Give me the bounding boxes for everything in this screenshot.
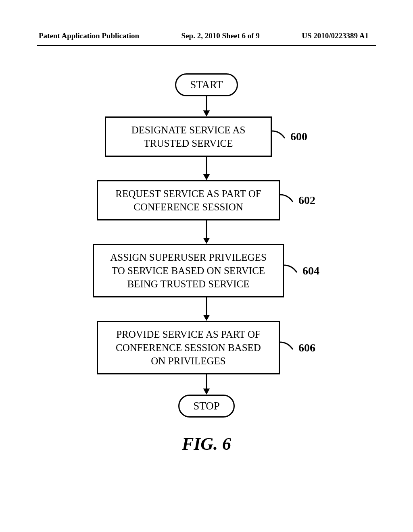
header-right: US 2010/0223389 A1 xyxy=(302,31,369,40)
flow-step-604: ASSIGN SUPERUSER PRIVILEGESTO SERVICE BA… xyxy=(93,244,284,297)
flow-step-row: REQUEST SERVICE AS PART OFCONFERENCE SES… xyxy=(0,180,413,220)
leader-line-icon xyxy=(280,192,296,208)
leader-line-icon xyxy=(272,129,288,145)
flow-step-606: PROVIDE SERVICE AS PART OFCONFERENCE SES… xyxy=(97,321,280,374)
flow-step-row: PROVIDE SERVICE AS PART OFCONFERENCE SES… xyxy=(0,321,413,374)
arrow-down-icon xyxy=(201,96,212,116)
leader-line-icon xyxy=(284,263,300,279)
flow-step-ref: 604 xyxy=(302,264,319,277)
arrow-down-icon xyxy=(201,297,212,321)
arrow-down-icon xyxy=(201,374,212,395)
flow-step-row: ASSIGN SUPERUSER PRIVILEGESTO SERVICE BA… xyxy=(0,244,413,297)
page: Patent Application Publication Sep. 2, 2… xyxy=(0,0,413,532)
svg-marker-9 xyxy=(203,389,210,395)
arrow-down-icon xyxy=(201,157,212,180)
flow-step-ref: 606 xyxy=(298,341,315,354)
arrow-down-icon xyxy=(201,220,212,244)
flow-stop-terminal: STOP xyxy=(178,395,235,418)
flow-step-ref: 600 xyxy=(290,130,307,143)
svg-marker-5 xyxy=(203,238,210,244)
header-rule xyxy=(37,45,376,46)
flow-start-terminal: START xyxy=(175,73,238,96)
header-center: Sep. 2, 2010 Sheet 6 of 9 xyxy=(181,31,260,40)
svg-marker-1 xyxy=(203,110,210,116)
svg-marker-7 xyxy=(203,315,210,321)
leader-line-icon xyxy=(280,340,296,356)
flowchart: START DESIGNATE SERVICE ASTRUSTED SERVIC… xyxy=(0,73,413,418)
svg-marker-3 xyxy=(203,174,210,180)
flow-step-600: DESIGNATE SERVICE ASTRUSTED SERVICE xyxy=(105,116,272,157)
figure-label: FIG. 6 xyxy=(0,434,413,454)
header-left: Patent Application Publication xyxy=(39,31,139,40)
page-header: Patent Application Publication Sep. 2, 2… xyxy=(0,31,413,40)
flow-step-ref: 602 xyxy=(298,194,315,207)
flow-step-row: DESIGNATE SERVICE ASTRUSTED SERVICE 600 xyxy=(0,116,413,157)
flow-step-602: REQUEST SERVICE AS PART OFCONFERENCE SES… xyxy=(97,180,280,220)
